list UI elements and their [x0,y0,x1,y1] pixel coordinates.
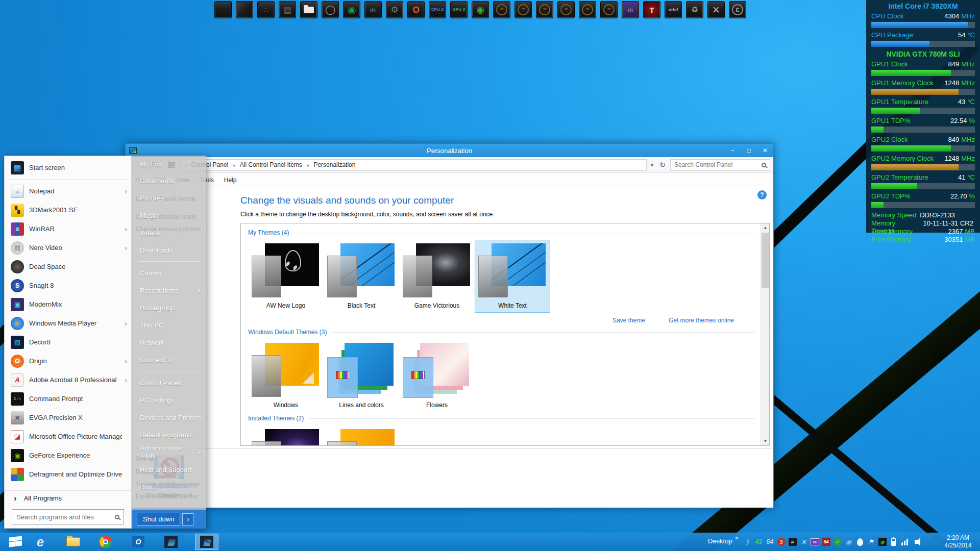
scrollbar-thumb[interactable] [762,233,769,288]
dock-intel-core-icon[interactable]: intel [665,1,682,18]
start-button[interactable] [5,535,27,548]
start-menu-place-item[interactable]: Connect To [132,351,206,368]
volume-mixer-icon[interactable]: ılı [788,536,797,547]
dock-origin-icon[interactable]: O [407,1,425,18]
start-menu-item[interactable]: ✕ EVGA Precision X [5,408,131,427]
alienware-command-center-icon[interactable] [855,536,864,547]
taskbar-clock[interactable]: 2:20 AM 4/25/2014 [936,534,980,549]
start-menu-item[interactable]: ≡ Notepad › [5,182,131,201]
battery-icon[interactable] [889,536,898,547]
start-menu-place-item[interactable] [138,371,200,371]
chrome-icon[interactable] [97,534,114,549]
start-menu-place-item[interactable]: Music [132,207,206,224]
start-menu-place-item[interactable]: Games [132,264,206,282]
search-icon[interactable] [762,163,766,167]
dock-drive-bay-4-icon[interactable]: ≡ [557,1,575,18]
dock-gpuz-icon[interactable]: GPU-Z [450,1,468,18]
breadcrumb-item[interactable]: All Control Panel Items [231,161,304,168]
dock-mixer-icon[interactable]: ılı [364,1,382,18]
start-menu-item[interactable]: ● Dead Space [5,257,131,276]
network-status-icon[interactable]: ◉ [844,536,853,547]
action-center-flag-icon[interactable]: ⚑ [867,536,875,547]
display-60hz-icon[interactable]: 60 [811,536,819,547]
start-menu-item[interactable]: ▤ Nero Video › [5,238,131,257]
all-programs-button[interactable]: › All Programs [5,490,131,506]
menu-item[interactable]: Help [219,174,241,186]
scroll-down-icon[interactable]: ▼ [761,437,770,445]
cpu-64-icon[interactable]: 64 [822,536,830,547]
start-menu-place-item[interactable]: Videos [132,224,206,241]
start-menu-item[interactable]: ▣ ModernMix [5,295,131,314]
start-menu-place-item[interactable]: Run... [132,478,206,495]
user-name[interactable]: Mr. Fox [132,156,206,172]
start-menu-item[interactable]: S SnagIt 8 [5,276,131,295]
start-menu-item[interactable]: O Origin › [5,352,131,370]
theme-item[interactable]: Game Victorious [399,240,475,313]
scrollbar[interactable]: ▲ ▼ [761,223,769,445]
dock-steam-icon[interactable]: ⚙ [386,1,403,18]
theme-item[interactable] [324,425,399,445]
msi-x-icon[interactable]: ✕ [799,536,808,547]
dock-x-tool-icon[interactable]: ✕ [707,1,725,18]
shut-down-button[interactable]: Shut down [137,513,180,525]
breadcrumb-item[interactable]: Personalization [305,161,358,168]
temperature-43-indicator[interactable]: 43 [754,536,763,547]
theme-item[interactable] [248,425,324,445]
window-titlebar[interactable]: Personalization – □ ✕ [126,144,773,157]
dock-display-icon[interactable] [236,1,253,18]
start-menu-place-item[interactable]: Downloads [132,241,206,259]
nvidia-settings-icon[interactable]: ◉ [878,536,887,547]
dock-drive-bay-6-icon[interactable]: ≡ [600,1,618,18]
theme-item[interactable]: White Text [475,240,550,313]
close-button[interactable]: ✕ [757,144,773,157]
start-menu-place-item[interactable]: Help and Support [132,461,206,478]
dock-tiles-icon[interactable]: ▦ [279,1,296,18]
start-menu-place-item[interactable]: Administrative Tools ▸ [132,443,206,461]
signal-strength-icon[interactable] [900,536,909,547]
start-menu-place-item[interactable] [138,261,200,262]
start-menu-place-item[interactable]: Devices and Printers [132,409,206,426]
dock-corsair-link-icon[interactable]: ılı [622,1,639,18]
start-menu-place-item[interactable]: Control Panel [132,374,206,391]
start-menu-item[interactable]: A Adobe Acrobat 8 Professional › [5,370,131,389]
dock-app-window-icon[interactable] [214,1,232,18]
start-menu-place-item[interactable]: PC settings [132,391,206,409]
address-dropdown-icon[interactable]: ▾ [649,162,655,168]
shut-down-options-arrow[interactable]: › [182,513,193,525]
start-menu-item[interactable]: ▚ 3DMark2001 SE [5,201,131,219]
start-menu-item[interactable]: ◪ Microsoft Office Picture Manager [5,427,131,446]
theme-item[interactable]: Flowers [399,339,475,412]
dock-drive-bay-5-icon[interactable]: ≡ [579,1,596,18]
personalization-active-app-icon[interactable]: ▦ [195,534,218,550]
dock-recycle-icon[interactable]: ♻ [686,1,703,18]
start-menu-place-item[interactable]: Documents [132,172,206,189]
speaker-icon[interactable] [912,536,920,547]
dock-power-ring-icon[interactable]: ◯ [322,1,339,18]
get-more-themes-link[interactable]: Get more themes online [669,317,734,324]
temperature-54-indicator[interactable]: 54 [766,536,774,547]
save-theme-link[interactable]: Save theme [612,317,645,324]
notification-badge-3[interactable]: 3 [777,536,786,547]
theme-item[interactable]: AW New Logo [248,240,324,313]
search-icon[interactable] [115,515,119,519]
maximize-button[interactable]: □ [741,144,757,157]
dock-cpuz-icon[interactable]: CPU-Z [429,1,446,18]
minimize-button[interactable]: – [724,144,741,157]
dock-nvidia-icon[interactable]: ◉ [472,1,489,18]
desktop-toolbar-label[interactable]: Desktop [708,537,732,545]
start-menu-place-item[interactable]: Pictures [132,189,206,207]
start-menu-place-item[interactable]: Network [132,334,206,351]
file-explorer-icon[interactable] [64,534,82,549]
scroll-up-icon[interactable]: ▲ [761,223,770,232]
start-menu-place-item[interactable]: Default Programs [132,426,206,443]
start-menu-item[interactable]: ▶ Windows Media Player › [5,314,131,333]
internet-explorer-icon[interactable]: e [32,534,49,549]
theme-item[interactable]: Black Text [324,240,399,313]
dock-e-ring-icon[interactable]: Ɛ [729,1,746,18]
theme-item[interactable]: Lines and colors [324,339,399,412]
dock-camera-lens-icon[interactable]: ◉ [343,1,360,18]
start-menu-item[interactable] [10,179,126,180]
start-menu-item[interactable]: ≣ WinRAR › [5,219,131,238]
start-menu-place-item[interactable]: This PC [132,316,206,334]
start-menu-place-item[interactable]: Homegroup [132,299,206,316]
